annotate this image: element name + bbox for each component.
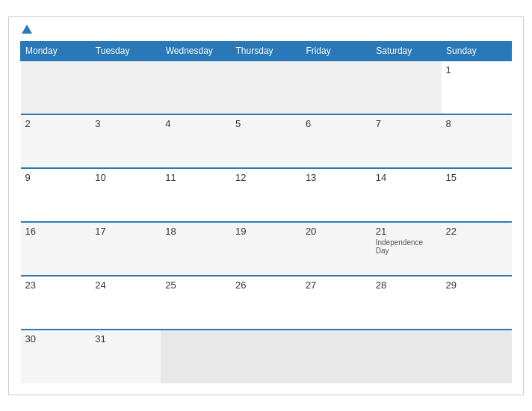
weekday-header-saturday: Saturday xyxy=(371,41,442,61)
calendar-cell xyxy=(231,61,301,114)
calendar-cell xyxy=(301,61,371,114)
day-number: 14 xyxy=(376,172,437,183)
calendar-cell: 30 xyxy=(21,330,91,383)
calendar-cell: 18 xyxy=(161,222,231,276)
weekday-header-monday: Monday xyxy=(21,41,91,61)
holiday-label: Independence Day xyxy=(376,238,437,255)
calendar-cell xyxy=(90,61,161,114)
day-number: 5 xyxy=(235,118,297,129)
calendar-cell xyxy=(21,61,91,114)
day-number: 29 xyxy=(446,279,507,291)
calendar-cell: 4 xyxy=(161,114,231,168)
day-number: 2 xyxy=(25,118,87,129)
day-number: 28 xyxy=(376,279,437,291)
calendar-cell: 15 xyxy=(442,168,512,222)
day-number: 25 xyxy=(165,279,226,291)
calendar-header xyxy=(20,25,512,35)
day-number: 31 xyxy=(95,333,156,344)
calendar-cell: 16 xyxy=(21,222,91,276)
week-row-1: 1 xyxy=(21,61,512,114)
day-number: 27 xyxy=(306,279,367,291)
weekday-header-row: MondayTuesdayWednesdayThursdayFridaySatu… xyxy=(21,41,512,61)
calendar-cell: 19 xyxy=(231,222,301,276)
calendar-cell: 24 xyxy=(90,276,161,330)
day-number: 17 xyxy=(95,226,156,237)
calendar-cell xyxy=(161,330,231,383)
calendar-cell: 9 xyxy=(21,168,91,222)
day-number: 1 xyxy=(446,64,507,75)
calendar-cell: 21Independence Day xyxy=(371,222,442,276)
week-row-2: 2345678 xyxy=(21,114,512,168)
weekday-header-sunday: Sunday xyxy=(442,41,512,61)
calendar-cell: 13 xyxy=(301,168,371,222)
calendar-cell: 7 xyxy=(371,114,442,168)
day-number: 4 xyxy=(165,118,226,129)
calendar-cell: 8 xyxy=(442,114,512,168)
day-number: 21 xyxy=(376,226,437,237)
calendar-cell xyxy=(371,61,442,114)
day-number: 16 xyxy=(25,226,87,237)
day-number: 9 xyxy=(25,172,87,183)
weekday-header-wednesday: Wednesday xyxy=(161,41,231,61)
day-number: 7 xyxy=(376,118,437,129)
calendar-cell: 5 xyxy=(231,114,301,168)
calendar-cell: 28 xyxy=(371,276,442,330)
day-number: 12 xyxy=(235,172,297,183)
calendar-cell: 1 xyxy=(442,61,512,114)
calendar-cell xyxy=(442,330,512,383)
calendar-container: MondayTuesdayWednesdayThursdayFridaySatu… xyxy=(8,16,524,395)
calendar-cell: 25 xyxy=(161,276,231,330)
calendar-cell xyxy=(161,61,231,114)
weekday-header-friday: Friday xyxy=(301,41,371,61)
calendar-cell: 2 xyxy=(21,114,91,168)
day-number: 8 xyxy=(446,118,507,129)
calendar-cell xyxy=(231,330,301,383)
day-number: 3 xyxy=(95,118,156,129)
week-row-4: 161718192021Independence Day22 xyxy=(21,222,512,276)
calendar-grid: MondayTuesdayWednesdayThursdayFridaySatu… xyxy=(20,41,512,383)
day-number: 11 xyxy=(165,172,226,183)
day-number: 10 xyxy=(95,172,156,183)
logo-triangle-icon xyxy=(22,25,32,34)
week-row-5: 23242526272829 xyxy=(21,276,512,330)
calendar-cell: 29 xyxy=(442,276,512,330)
calendar-cell: 20 xyxy=(301,222,371,276)
day-number: 26 xyxy=(235,279,297,291)
day-number: 15 xyxy=(446,172,507,183)
calendar-cell: 14 xyxy=(371,168,442,222)
day-number: 20 xyxy=(306,226,367,237)
calendar-cell: 23 xyxy=(21,276,91,330)
calendar-cell xyxy=(301,330,371,383)
calendar-cell: 10 xyxy=(90,168,161,222)
calendar-cell: 27 xyxy=(301,276,371,330)
day-number: 24 xyxy=(95,279,156,291)
day-number: 30 xyxy=(25,333,87,344)
calendar-cell: 11 xyxy=(161,168,231,222)
day-number: 6 xyxy=(306,118,367,129)
logo xyxy=(20,25,32,35)
calendar-cell: 26 xyxy=(231,276,301,330)
calendar-cell: 6 xyxy=(301,114,371,168)
calendar-cell xyxy=(371,330,442,383)
day-number: 18 xyxy=(165,226,226,237)
weekday-header-tuesday: Tuesday xyxy=(90,41,161,61)
calendar-cell: 22 xyxy=(442,222,512,276)
calendar-cell: 31 xyxy=(90,330,161,383)
day-number: 13 xyxy=(306,172,367,183)
day-number: 23 xyxy=(25,279,87,291)
day-number: 22 xyxy=(446,226,507,237)
calendar-cell: 17 xyxy=(90,222,161,276)
calendar-cell: 3 xyxy=(90,114,161,168)
week-row-3: 9101112131415 xyxy=(21,168,512,222)
day-number: 19 xyxy=(235,226,297,237)
weekday-header-thursday: Thursday xyxy=(231,41,301,61)
week-row-6: 3031 xyxy=(21,330,512,383)
calendar-cell: 12 xyxy=(231,168,301,222)
